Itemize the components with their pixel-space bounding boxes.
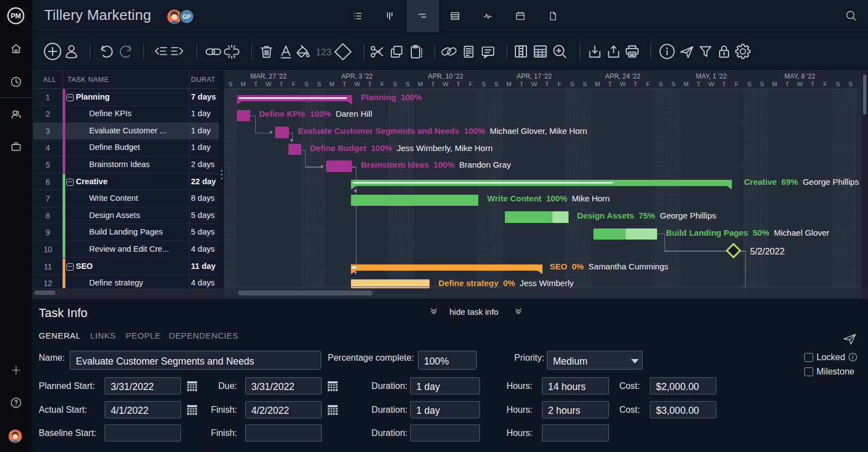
svg-text:PM: PM	[11, 12, 21, 20]
svg-text:GP: GP	[183, 13, 191, 20]
svg-text:123: 123	[316, 46, 332, 57]
